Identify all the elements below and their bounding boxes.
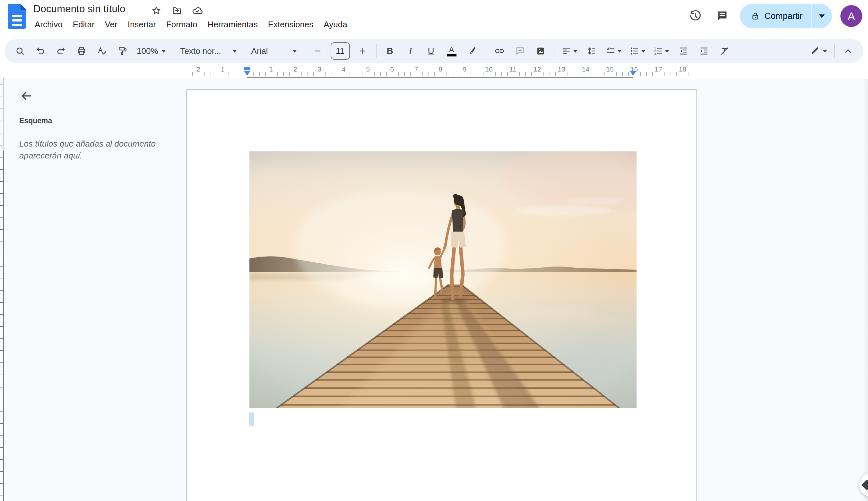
chevron-down-icon [819, 14, 825, 18]
increase-font-size-button[interactable] [353, 42, 372, 60]
star-button[interactable] [151, 5, 162, 16]
close-outline-button[interactable] [18, 87, 35, 104]
ruler-number: 8 [439, 65, 442, 73]
ruler-tick [338, 72, 338, 76]
document-status-button[interactable] [192, 5, 203, 16]
add-comment-button[interactable] [510, 42, 530, 60]
document-title[interactable]: Documento sin título [33, 3, 126, 15]
ruler-tick [519, 72, 520, 76]
paint-format-button[interactable] [113, 42, 132, 60]
ruler-number: 6 [390, 65, 394, 73]
document-page[interactable] [186, 89, 697, 501]
first-line-indent-marker[interactable] [244, 67, 250, 70]
vertical-ruler-tick [0, 97, 3, 97]
back-arrow-icon [20, 89, 33, 102]
redo-icon [56, 46, 66, 56]
spellcheck-icon [97, 46, 107, 56]
numbered-list-icon: 123 [653, 46, 663, 56]
menu-insertar[interactable]: Insertar [123, 18, 161, 31]
vertical-ruler-tick [0, 108, 3, 109]
ruler-tick [332, 72, 332, 76]
toolbar: 100% Texto nor... Arial 11 [4, 39, 864, 63]
bold-button[interactable]: B [380, 42, 400, 60]
insert-image-button[interactable] [531, 42, 550, 60]
menu-extensiones[interactable]: Extensiones [263, 18, 319, 31]
ruler-tick [495, 72, 496, 76]
ruler-number: 11 [510, 65, 516, 73]
line-spacing-button[interactable] [582, 42, 601, 60]
ruler-tick [241, 72, 241, 76]
paragraph-style-select[interactable]: Texto nor... [177, 42, 240, 60]
editing-mode-select[interactable] [807, 42, 830, 60]
ruler-tick [301, 72, 302, 76]
vertical-ruler-tick [0, 169, 3, 170]
search-menus-button[interactable] [10, 42, 30, 60]
menu-ver[interactable]: Ver [100, 18, 123, 31]
ruler-tick [192, 72, 193, 76]
inserted-photo[interactable] [249, 151, 637, 408]
menu-formato[interactable]: Formato [161, 18, 202, 31]
paragraph-style-value: Texto nor... [180, 46, 221, 56]
zoom-select[interactable]: 100% [134, 42, 169, 60]
ruler-tick [398, 72, 399, 76]
left-indent-marker[interactable] [244, 71, 250, 76]
decrease-indent-button[interactable] [674, 42, 693, 60]
vertical-ruler-tick [0, 254, 3, 254]
clear-formatting-icon [720, 46, 729, 56]
chevron-down-icon [232, 50, 237, 53]
increase-indent-button[interactable] [694, 42, 714, 60]
menu-archivo[interactable]: Archivo [30, 18, 68, 31]
title-action-icons [151, 5, 203, 16]
checklist-select[interactable] [603, 42, 625, 60]
docs-logo-icon[interactable] [8, 4, 26, 29]
google-docs-window: Documento sin título [0, 0, 868, 501]
ruler-tick [434, 72, 435, 76]
highlight-color-button[interactable] [462, 42, 482, 60]
vertical-ruler-tick [0, 205, 3, 206]
vertical-ruler-tick [0, 483, 3, 484]
share-button[interactable]: Compartir [740, 4, 811, 28]
underline-button[interactable]: U [421, 42, 441, 60]
vertical-ruler-tick [0, 193, 3, 194]
ruler-tick [313, 72, 314, 76]
ruler-tick [580, 72, 581, 76]
insert-link-button[interactable] [490, 42, 509, 60]
menu-ayuda[interactable]: Ayuda [318, 18, 352, 31]
text-color-button[interactable]: A [442, 42, 461, 60]
numbered-list-select[interactable]: 123 [650, 42, 672, 60]
ruler-tick [459, 72, 459, 76]
ruler-tick [477, 72, 477, 76]
minus-icon [314, 47, 322, 55]
account-avatar[interactable]: A [840, 5, 862, 27]
hide-menus-button[interactable] [838, 42, 858, 60]
align-select[interactable] [558, 42, 581, 60]
vertical-ruler-tick [0, 495, 3, 496]
vertical-ruler-tick [0, 338, 3, 339]
version-history-button[interactable] [686, 7, 704, 25]
bulleted-list-select[interactable] [626, 42, 649, 60]
menu-herramientas[interactable]: Herramientas [202, 18, 263, 31]
open-comments-button[interactable] [713, 7, 732, 25]
decrease-font-size-button[interactable] [308, 42, 327, 60]
menu-editar[interactable]: Editar [68, 18, 100, 31]
share-dropdown-button[interactable] [812, 4, 832, 28]
checklist-icon [606, 46, 615, 56]
move-button[interactable] [171, 5, 182, 16]
font-size-input[interactable]: 11 [331, 42, 350, 60]
chevron-down-icon [573, 50, 577, 53]
print-button[interactable] [72, 42, 91, 60]
ruler-tick [652, 72, 653, 76]
spellcheck-button[interactable] [93, 42, 112, 60]
font-select[interactable]: Arial [248, 42, 300, 60]
redo-button[interactable] [51, 42, 71, 60]
vertical-ruler-line-content [3, 151, 4, 501]
clear-formatting-button[interactable] [715, 42, 734, 60]
vertical-ruler-tick [0, 375, 3, 375]
ruler-tick [349, 72, 350, 76]
italic-button[interactable]: I [401, 42, 420, 60]
ruler-number: 5 [366, 65, 370, 73]
undo-button[interactable] [31, 42, 50, 60]
right-indent-marker[interactable] [630, 71, 636, 76]
ruler-tick [604, 72, 605, 76]
ruler-tick [622, 72, 623, 76]
